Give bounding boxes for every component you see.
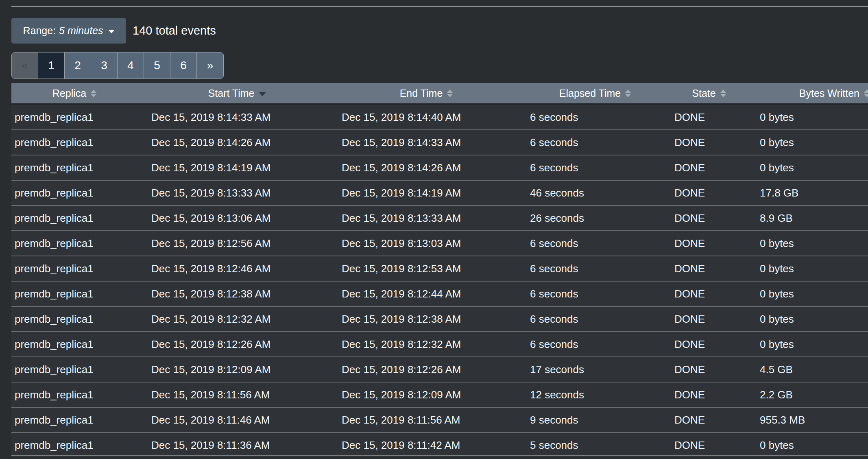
pager-page-2[interactable]: 2: [65, 52, 91, 79]
table-row: premdb_replica1Dec 15, 2019 8:14:33 AMDe…: [11, 104, 868, 130]
column-header-bytes-written[interactable]: Bytes Written: [744, 83, 868, 104]
table-cell: Dec 15, 2019 8:14:26 AM: [337, 155, 516, 180]
sort-both-icon: [720, 90, 726, 97]
column-header-state[interactable]: State: [674, 83, 744, 104]
column-header-label: Start Time: [208, 87, 255, 99]
table-cell: 5 seconds: [516, 433, 674, 457]
table-cell: 0 bytes: [744, 306, 868, 332]
table-row: premdb_replica1Dec 15, 2019 8:11:46 AMDe…: [11, 407, 868, 433]
table-row: premdb_replica1Dec 15, 2019 8:12:09 AMDe…: [11, 357, 868, 382]
table-cell: DONE: [674, 130, 744, 155]
sort-up-arrow: [91, 90, 96, 93]
pager-next-button[interactable]: »: [197, 52, 223, 79]
table-cell: 955.3 MB: [744, 407, 868, 433]
table-row: premdb_replica1Dec 15, 2019 8:11:56 AMDe…: [11, 382, 868, 407]
table-cell: Dec 15, 2019 8:13:06 AM: [137, 205, 337, 231]
table-cell: Dec 15, 2019 8:12:38 AM: [337, 306, 516, 332]
table-cell: premdb_replica1: [11, 205, 137, 231]
column-header-elapsed-time[interactable]: Elapsed Time: [516, 83, 674, 104]
table-cell: premdb_replica1: [11, 306, 137, 332]
table-cell: 17.8 GB: [744, 180, 868, 205]
column-header-label: Bytes Written: [799, 87, 859, 99]
range-dropdown-button[interactable]: Range: 5 minutes: [11, 18, 126, 44]
table-cell: premdb_replica1: [11, 256, 137, 281]
table-cell: 0 bytes: [744, 281, 868, 306]
table-row: premdb_replica1Dec 15, 2019 8:12:32 AMDe…: [11, 306, 868, 332]
table-cell: premdb_replica1: [11, 155, 137, 180]
column-header-content: State: [692, 87, 726, 99]
table-cell: 6 seconds: [516, 231, 674, 256]
table-cell: DONE: [674, 306, 744, 332]
column-header-label: End Time: [400, 87, 443, 99]
sort-up-arrow: [625, 90, 631, 93]
column-header-label: State: [692, 87, 715, 99]
table-row: premdb_replica1Dec 15, 2019 8:13:06 AMDe…: [11, 205, 868, 231]
table-cell: 17 seconds: [516, 357, 674, 382]
column-header-end-time[interactable]: End Time: [337, 83, 516, 104]
bottom-divider: [11, 455, 868, 456]
pagination: «123456»: [11, 52, 224, 79]
table-cell: 0 bytes: [744, 231, 868, 256]
pager-page-1[interactable]: 1: [38, 52, 65, 79]
sort-down-arrow: [720, 94, 726, 97]
table-cell: premdb_replica1: [11, 281, 137, 306]
table-row: premdb_replica1Dec 15, 2019 8:14:19 AMDe…: [11, 155, 868, 180]
column-header-start-time[interactable]: Start Time: [137, 83, 337, 104]
table-cell: 46 seconds: [516, 180, 674, 205]
sort-down-arrow: [625, 94, 631, 97]
column-header-replica[interactable]: Replica: [11, 83, 137, 104]
table-cell: premdb_replica1: [11, 407, 137, 433]
table-cell: Dec 15, 2019 8:12:26 AM: [137, 332, 337, 357]
table-cell: premdb_replica1: [11, 231, 137, 256]
table-cell: Dec 15, 2019 8:13:33 AM: [137, 180, 337, 205]
table-cell: premdb_replica1: [11, 332, 137, 357]
table-cell: Dec 15, 2019 8:11:56 AM: [137, 382, 337, 407]
table-row: premdb_replica1Dec 15, 2019 8:12:56 AMDe…: [11, 231, 868, 256]
table-cell: Dec 15, 2019 8:14:19 AM: [137, 155, 337, 180]
sort-down-arrow: [864, 94, 868, 97]
top-divider: [11, 6, 868, 7]
table-cell: DONE: [674, 180, 744, 205]
column-header-content: Replica: [52, 87, 96, 99]
sort-up-arrow: [447, 90, 453, 93]
table-cell: DONE: [674, 155, 744, 180]
table-cell: Dec 15, 2019 8:11:36 AM: [137, 433, 337, 457]
table-row: premdb_replica1Dec 15, 2019 8:11:36 AMDe…: [11, 433, 868, 457]
table-cell: DONE: [674, 407, 744, 433]
pager-prev-button[interactable]: «: [12, 52, 38, 79]
table-cell: Dec 15, 2019 8:14:33 AM: [337, 130, 516, 155]
sort-both-icon: [864, 90, 868, 97]
table-cell: 4.5 GB: [744, 357, 868, 382]
table-cell: Dec 15, 2019 8:12:38 AM: [137, 281, 337, 306]
table-row: premdb_replica1Dec 15, 2019 8:14:26 AMDe…: [11, 130, 868, 155]
table-cell: premdb_replica1: [11, 130, 137, 155]
table-cell: 6 seconds: [516, 281, 674, 306]
table-cell: Dec 15, 2019 8:12:32 AM: [337, 332, 516, 357]
table-cell: 2.2 GB: [744, 382, 868, 407]
total-events-count: 140 total events: [133, 24, 216, 37]
table-cell: 0 bytes: [744, 155, 868, 180]
table-row: premdb_replica1Dec 15, 2019 8:12:38 AMDe…: [11, 281, 868, 306]
range-label: Range:: [23, 25, 56, 37]
table-cell: Dec 15, 2019 8:14:33 AM: [137, 104, 337, 130]
table-cell: 0 bytes: [744, 433, 868, 457]
events-page: Range: 5 minutes 140 total events «12345…: [0, 0, 868, 459]
pager-page-3[interactable]: 3: [91, 52, 118, 79]
table-cell: Dec 15, 2019 8:11:46 AM: [137, 407, 337, 433]
pager-page-6[interactable]: 6: [170, 52, 197, 79]
table-cell: Dec 15, 2019 8:12:46 AM: [137, 256, 337, 281]
table-cell: 0 bytes: [744, 130, 868, 155]
table-cell: premdb_replica1: [11, 433, 137, 457]
table-cell: Dec 15, 2019 8:13:33 AM: [337, 205, 516, 231]
table-cell: 0 bytes: [744, 256, 868, 281]
table-cell: Dec 15, 2019 8:13:03 AM: [337, 231, 516, 256]
table-cell: DONE: [674, 104, 744, 130]
range-value: 5 minutes: [59, 25, 103, 37]
table-cell: Dec 15, 2019 8:14:19 AM: [337, 180, 516, 205]
pager-page-5[interactable]: 5: [144, 52, 170, 79]
column-header-label: Elapsed Time: [559, 87, 621, 99]
table-cell: 6 seconds: [516, 104, 674, 130]
pager-page-4[interactable]: 4: [118, 52, 144, 79]
sort-up-arrow: [864, 90, 868, 93]
table-cell: premdb_replica1: [11, 104, 137, 130]
